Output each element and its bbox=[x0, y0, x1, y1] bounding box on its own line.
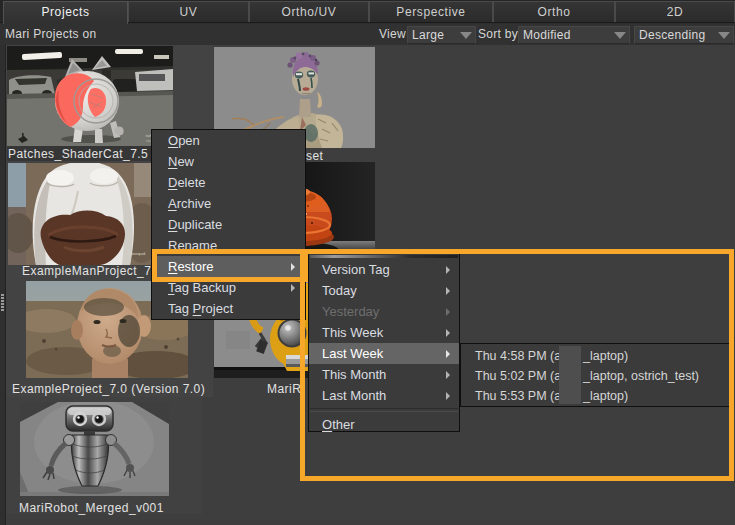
svg-text:turbosquid: turbosquid bbox=[127, 251, 146, 256]
